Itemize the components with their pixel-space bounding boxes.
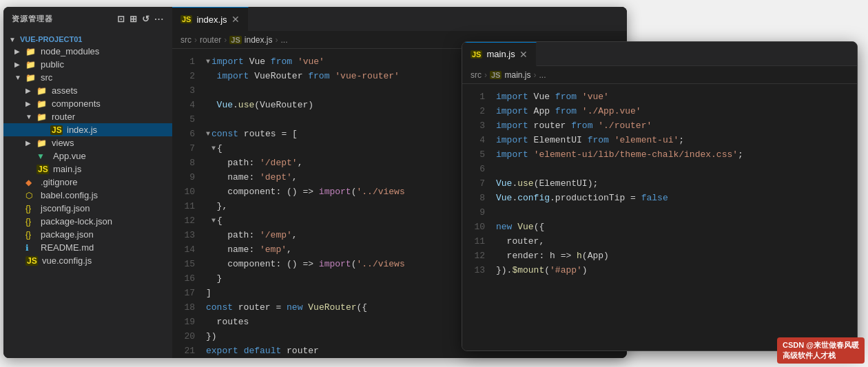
sidebar-item-vue-config[interactable]: JS vue.config.js (3, 254, 172, 267)
main-bc-sep1: › (484, 70, 487, 80)
sidebar-item-public[interactable]: ▶ 📁 public (3, 58, 172, 71)
folder-icon: 📁 (37, 112, 49, 122)
assets-arrow: ▶ (25, 87, 37, 94)
main-line-4: import ElementUI from 'element-ui'; (493, 133, 857, 147)
public-arrow: ▶ (14, 61, 25, 68)
more-icon[interactable]: ··· (154, 14, 164, 24)
main-bc-js-icon: JS (490, 71, 502, 79)
babel-label: babel.config.js (41, 190, 98, 200)
main-line-13: }).$mount('#app') (493, 263, 857, 277)
main-line-5: import 'element-ui/lib/theme-chalk/index… (493, 147, 857, 162)
bc-sep2: › (224, 35, 227, 45)
sidebar-item-readme[interactable]: ℹ README.md (3, 241, 172, 254)
main-line-11: router, (493, 234, 857, 249)
new-folder-icon[interactable]: ⊞ (130, 14, 138, 24)
folder-icon: 📁 (37, 86, 49, 96)
views-arrow: ▶ (25, 139, 37, 147)
bc-src: src (180, 35, 192, 45)
tab-bar: JS index.js ✕ (172, 7, 627, 31)
git-icon: ◆ (25, 178, 38, 187)
bc-sep3: › (276, 35, 278, 45)
sidebar-item-views[interactable]: ▶ 📁 views (3, 136, 172, 149)
main-line-8: Vue.config.productionTip = false (493, 191, 857, 205)
bc-file: index.js (245, 35, 273, 45)
main-js-label: main.js (53, 164, 81, 174)
main-bc-ellipsis: ... (539, 70, 546, 80)
babel-icon: ⬡ (25, 191, 38, 200)
components-arrow: ▶ (25, 100, 37, 107)
main-tab-close-icon[interactable]: ✕ (519, 49, 528, 60)
main-tab-label: main.js (486, 49, 515, 59)
main-line-numbers: 12345 678910 111213 (462, 84, 493, 350)
src-label: src (41, 72, 52, 83)
assets-label: assets (52, 85, 78, 96)
main-code-container[interactable]: 12345 678910 111213 import Vue from 'vue… (462, 84, 857, 350)
project-arrow: ▼ (9, 36, 20, 43)
jsconfig-label: jsconfig.json (41, 203, 90, 213)
sidebar-item-node-modules[interactable]: ▶ 📁 node_modules (3, 45, 172, 58)
router-arrow: ▼ (25, 113, 37, 120)
vue-config-label: vue.config.js (42, 255, 92, 266)
main-bc-src: src (471, 70, 482, 80)
sidebar-item-components[interactable]: ▶ 📁 components (3, 97, 172, 110)
main-tab-js-icon: JS (471, 50, 482, 59)
vue-icon: ▼ (37, 151, 49, 161)
bc-ellipsis: ... (281, 35, 288, 45)
sidebar-item-package[interactable]: {} package.json (3, 228, 172, 241)
views-label: views (52, 138, 74, 148)
readme-label: README.md (41, 242, 94, 253)
refresh-icon[interactable]: ↺ (142, 14, 150, 24)
js-icon: JS (37, 165, 49, 174)
src-arrow: ▼ (14, 74, 25, 81)
sidebar-item-router[interactable]: ▼ 📁 router (3, 110, 172, 123)
sidebar-item-babel[interactable]: ⬡ babel.config.js (3, 189, 172, 202)
sidebar-item-assets[interactable]: ▶ 📁 assets (3, 84, 172, 97)
sidebar-item-app-vue[interactable]: ▼ App.vue (3, 149, 172, 162)
node-modules-label: node_modules (41, 46, 99, 56)
folder-icon: 📁 (37, 99, 49, 109)
sidebar-item-index-js[interactable]: JS index.js (3, 123, 172, 136)
bc-js-icon: JS (229, 36, 241, 44)
vue-config-icon: JS (25, 256, 38, 266)
bc-router: router (200, 35, 221, 45)
main-line-10: new Vue({ (493, 220, 857, 234)
tab-index-js[interactable]: JS index.js ✕ (172, 7, 249, 31)
project-label: VUE-PROJECT01 (20, 35, 82, 43)
package-lock-label: package-lock.json (41, 216, 112, 227)
tab-index-label: index.js (196, 14, 227, 25)
sidebar-header-icons: ⊡ ⊞ ↺ ··· (117, 14, 164, 24)
sidebar-item-gitignore[interactable]: ◆ .gitignore (3, 176, 172, 189)
components-label: components (52, 98, 101, 109)
main-line-3: import router from './router' (493, 118, 857, 133)
sidebar-item-package-lock[interactable]: {} package-lock.json (3, 215, 172, 228)
main-bc-sep2: › (533, 70, 536, 80)
watermark-line2: 高级软件人才栈 (783, 350, 859, 361)
main-line-9 (493, 205, 857, 220)
main-breadcrumb: src › JS main.js › ... (462, 66, 857, 84)
sidebar-item-jsconfig[interactable]: {} jsconfig.json (3, 202, 172, 215)
json-lock-icon: {} (25, 217, 38, 227)
main-bc-file: main.js (504, 70, 530, 80)
project-root[interactable]: ▼ VUE-PROJECT01 (3, 34, 172, 45)
new-file-icon[interactable]: ⊡ (117, 14, 125, 24)
watermark-line1: CSDN @来世做春风暖 (783, 340, 859, 350)
tab-js-icon: JS (180, 15, 192, 23)
sidebar: 资源管理器 ⊡ ⊞ ↺ ··· ▼ VUE-PROJECT01 ▶ 📁 node… (3, 7, 172, 358)
json-icon: {} (25, 204, 38, 213)
main-line-12: render: h => h(App) (493, 249, 857, 263)
sidebar-item-src[interactable]: ▼ 📁 src (3, 71, 172, 84)
main-tab-bar: JS main.js ✕ (462, 42, 857, 66)
router-label: router (52, 112, 75, 122)
folder-icon: 📁 (25, 73, 38, 83)
line-numbers: 12345 678910 1112131415 1617181920 21 (172, 49, 203, 358)
bc-sep1: › (194, 35, 197, 45)
watermark: CSDN @来世做春风暖 高级软件人才栈 (777, 337, 865, 364)
main-js-window: JS main.js ✕ src › JS main.js › ... 1234… (462, 41, 858, 351)
folder-icon: 📁 (25, 47, 38, 56)
sidebar-item-main-js[interactable]: JS main.js (3, 162, 172, 176)
folder-icon: 📁 (25, 60, 38, 70)
tab-main-js[interactable]: JS main.js ✕ (462, 42, 537, 66)
index-js-label: index.js (67, 125, 97, 135)
tab-close-icon[interactable]: ✕ (231, 14, 240, 25)
public-label: public (41, 59, 64, 70)
